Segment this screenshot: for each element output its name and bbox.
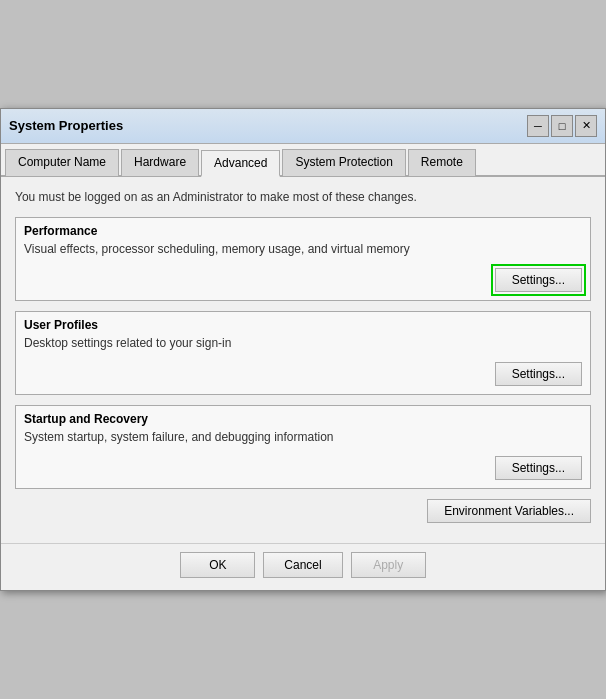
tab-hardware[interactable]: Hardware — [121, 149, 199, 176]
ok-button[interactable]: OK — [180, 552, 255, 578]
tab-computer-name[interactable]: Computer Name — [5, 149, 119, 176]
env-variables-button[interactable]: Environment Variables... — [427, 499, 591, 523]
env-variables-row: Environment Variables... — [15, 499, 591, 523]
admin-notice: You must be logged on as an Administrato… — [15, 189, 591, 206]
user-profiles-description: Desktop settings related to your sign-in — [16, 334, 590, 358]
system-properties-window: System Properties ─ □ ✕ Computer Name Ha… — [0, 108, 606, 592]
user-profiles-settings-button[interactable]: Settings... — [495, 362, 582, 386]
startup-recovery-footer: Settings... — [16, 452, 590, 488]
title-bar: System Properties ─ □ ✕ — [1, 109, 605, 144]
startup-recovery-section: Startup and Recovery System startup, sys… — [15, 405, 591, 489]
minimize-button[interactable]: ─ — [527, 115, 549, 137]
tab-advanced[interactable]: Advanced — [201, 150, 280, 177]
maximize-button[interactable]: □ — [551, 115, 573, 137]
startup-recovery-description: System startup, system failure, and debu… — [16, 428, 590, 452]
tab-bar: Computer Name Hardware Advanced System P… — [1, 144, 605, 177]
apply-button[interactable]: Apply — [351, 552, 426, 578]
tab-remote[interactable]: Remote — [408, 149, 476, 176]
startup-recovery-settings-button[interactable]: Settings... — [495, 456, 582, 480]
close-button[interactable]: ✕ — [575, 115, 597, 137]
user-profiles-section: User Profiles Desktop settings related t… — [15, 311, 591, 395]
tab-system-protection[interactable]: System Protection — [282, 149, 405, 176]
performance-footer: Settings... — [16, 264, 590, 300]
performance-title: Performance — [16, 218, 590, 240]
window-title: System Properties — [9, 118, 123, 133]
user-profiles-footer: Settings... — [16, 358, 590, 394]
user-profiles-title: User Profiles — [16, 312, 590, 334]
performance-section: Performance Visual effects, processor sc… — [15, 217, 591, 301]
performance-settings-button[interactable]: Settings... — [495, 268, 582, 292]
title-bar-controls: ─ □ ✕ — [527, 115, 597, 137]
tab-content: You must be logged on as an Administrato… — [1, 177, 605, 544]
startup-recovery-title: Startup and Recovery — [16, 406, 590, 428]
dialog-footer: OK Cancel Apply — [1, 543, 605, 590]
cancel-button[interactable]: Cancel — [263, 552, 342, 578]
performance-description: Visual effects, processor scheduling, me… — [16, 240, 590, 264]
